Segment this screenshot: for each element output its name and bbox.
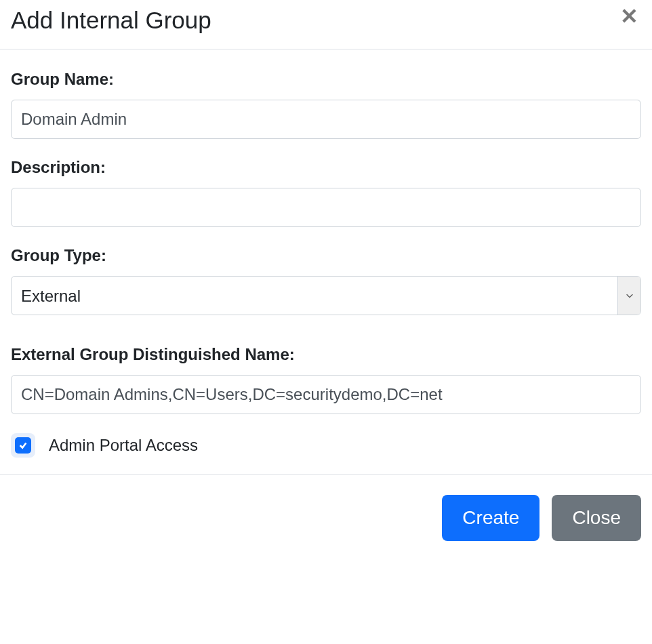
- modal-title: Add Internal Group: [11, 7, 211, 34]
- description-input[interactable]: [11, 188, 641, 227]
- admin-portal-checkbox[interactable]: [15, 437, 31, 454]
- group-name-field-group: Group Name:: [11, 70, 641, 139]
- dn-label: External Group Distinguished Name:: [11, 345, 641, 364]
- group-name-label: Group Name:: [11, 70, 641, 89]
- group-type-field-group: Group Type: External: [11, 246, 641, 315]
- admin-portal-row: Admin Portal Access: [11, 433, 641, 458]
- close-button[interactable]: Close: [552, 495, 641, 541]
- group-name-input[interactable]: [11, 100, 641, 139]
- dn-input[interactable]: [11, 375, 641, 414]
- admin-portal-checkbox-wrapper: [11, 433, 35, 458]
- modal-footer: Create Close: [0, 474, 652, 548]
- description-label: Description:: [11, 158, 641, 177]
- check-icon: [18, 441, 28, 450]
- modal-body: Group Name: Description: Group Type: Ext…: [0, 49, 652, 474]
- create-button[interactable]: Create: [442, 495, 539, 541]
- dn-field-group: External Group Distinguished Name:: [11, 345, 641, 414]
- modal-header: Add Internal Group ✕: [0, 0, 652, 49]
- group-type-label: Group Type:: [11, 246, 641, 265]
- close-icon[interactable]: ✕: [617, 3, 641, 30]
- admin-portal-label: Admin Portal Access: [49, 436, 198, 455]
- group-type-select[interactable]: External: [11, 276, 641, 315]
- description-field-group: Description:: [11, 158, 641, 227]
